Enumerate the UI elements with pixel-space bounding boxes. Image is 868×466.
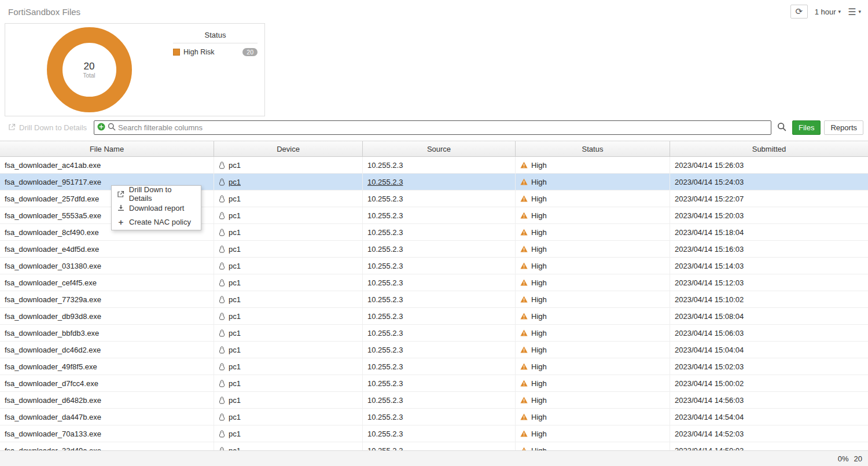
warning-icon [520,397,528,403]
source-cell[interactable]: 10.255.2.3 [363,190,516,207]
device-cell[interactable]: pc1 [214,325,363,341]
search-submit-button[interactable] [775,122,789,133]
table-row[interactable]: fsa_downloader_d7fcc4.exepc110.255.2.3Hi… [0,375,868,392]
source-cell[interactable]: 10.255.2.3 [363,174,516,190]
device-cell[interactable]: pc1 [214,207,363,223]
warning-icon [520,329,528,336]
source-cell[interactable]: 10.255.2.3 [363,291,516,307]
status-cell: High [516,342,670,358]
source-cell[interactable]: 10.255.2.3 [363,358,516,375]
status-cell: High [516,174,670,190]
source-cell[interactable]: 10.255.2.3 [363,375,516,391]
linux-device-icon [219,430,225,438]
external-link-icon [117,190,125,198]
source-cell[interactable]: 10.255.2.3 [363,157,516,173]
source-cell[interactable]: 10.255.2.3 [363,325,516,341]
column-header-status[interactable]: Status [516,141,670,156]
device-cell[interactable]: pc1 [214,174,363,190]
device-cell[interactable]: pc1 [214,442,363,450]
table-row[interactable]: fsa_downloader_33d49a.exepc110.255.2.3Hi… [0,442,868,450]
chevron-down-icon: ▾ [838,9,841,14]
device-cell[interactable]: pc1 [214,241,363,257]
table-row[interactable]: fsa_downloader_e4df5d.exepc110.255.2.3Hi… [0,241,868,258]
submitted-cell: 2023/04/14 14:56:03 [670,392,868,408]
table-row[interactable]: fsa_downloader_bbfdb3.exepc110.255.2.3Hi… [0,325,868,342]
source-cell[interactable]: 10.255.2.3 [363,392,516,408]
status-cell: High [516,325,670,341]
submitted-cell: 2023/04/14 15:10:02 [670,291,868,307]
donut-total-label: Total [83,72,95,79]
submitted-cell: 2023/04/14 15:22:07 [670,190,868,207]
add-filter-icon[interactable] [97,123,105,133]
context-menu-item[interactable]: +Create NAC policy [112,215,201,229]
column-header-file-name[interactable]: File Name [0,141,214,156]
table-row[interactable]: fsa_downloader_031380.exepc110.255.2.3Hi… [0,258,868,274]
linux-device-icon [219,262,225,270]
status-cell: High [516,392,670,408]
files-tab-button[interactable]: Files [792,120,821,135]
column-header-submitted[interactable]: Submitted [670,141,868,156]
source-cell[interactable]: 10.255.2.3 [363,207,516,223]
column-header-source[interactable]: Source [363,141,516,156]
source-cell[interactable]: 10.255.2.3 [363,241,516,257]
table-row[interactable]: fsa_downloader_ac41ab.exepc110.255.2.3Hi… [0,157,868,174]
device-cell[interactable]: pc1 [214,258,363,274]
source-cell[interactable]: 10.255.2.3 [363,342,516,358]
status-cell: High [516,442,670,450]
source-cell[interactable]: 10.255.2.3 [363,308,516,324]
device-cell[interactable]: pc1 [214,375,363,391]
table-row[interactable]: fsa_downloader_dc46d2.exepc110.255.2.3Hi… [0,342,868,358]
table-row[interactable]: fsa_downloader_70a133.exepc110.255.2.3Hi… [0,425,868,442]
warning-icon [520,380,528,387]
status-chart-panel: 20 Total Status High Risk 20 [5,23,265,116]
submitted-cell: 2023/04/14 14:54:04 [670,409,868,425]
progress-percent: 0% [838,454,849,463]
device-cell[interactable]: pc1 [214,224,363,240]
submitted-cell: 2023/04/14 15:18:04 [670,224,868,240]
submitted-cell: 2023/04/14 15:06:03 [670,325,868,341]
linux-device-icon [219,397,225,404]
device-cell[interactable]: pc1 [214,392,363,408]
submitted-cell: 2023/04/14 15:04:04 [670,342,868,358]
device-cell[interactable]: pc1 [214,274,363,291]
device-cell[interactable]: pc1 [214,190,363,207]
device-cell[interactable]: pc1 [214,409,363,425]
linux-device-icon [219,413,225,421]
device-cell[interactable]: pc1 [214,358,363,375]
search-input[interactable] [118,123,768,132]
device-cell[interactable]: pc1 [214,157,363,173]
reports-tab-button[interactable]: Reports [824,120,863,135]
donut-chart[interactable]: 20 Total [5,24,173,116]
donut-ring: 20 Total [47,27,132,112]
source-cell[interactable]: 10.255.2.3 [363,409,516,425]
context-menu-item[interactable]: Drill Down to Details [112,187,201,201]
file-name-cell: fsa_downloader_49f8f5.exe [0,358,214,375]
source-cell[interactable]: 10.255.2.3 [363,258,516,274]
context-menu-item[interactable]: Download report [112,201,201,215]
source-cell[interactable]: 10.255.2.3 [363,442,516,450]
submitted-cell: 2023/04/14 15:26:03 [670,157,868,173]
table-row[interactable]: fsa_downloader_d6482b.exepc110.255.2.3Hi… [0,392,868,409]
refresh-button[interactable]: ⟳ [790,5,808,19]
legend-item-high-risk[interactable]: High Risk 20 [173,48,258,56]
warning-icon [520,413,528,420]
source-cell[interactable]: 10.255.2.3 [363,425,516,442]
table-row[interactable]: fsa_downloader_da447b.exepc110.255.2.3Hi… [0,409,868,425]
device-cell[interactable]: pc1 [214,308,363,324]
view-menu-button[interactable]: ☰ ▾ [848,6,861,17]
drill-down-button[interactable]: Drill Down to Details [5,123,90,133]
device-cell[interactable]: pc1 [214,291,363,307]
table-row[interactable]: fsa_downloader_49f8f5.exepc110.255.2.3Hi… [0,358,868,375]
table-row[interactable]: fsa_downloader_cef4f5.exepc110.255.2.3Hi… [0,274,868,291]
source-cell[interactable]: 10.255.2.3 [363,224,516,240]
device-cell[interactable]: pc1 [214,425,363,442]
column-header-device[interactable]: Device [214,141,363,156]
table-row[interactable]: fsa_downloader_77329a.exepc110.255.2.3Hi… [0,291,868,308]
table-row[interactable]: fsa_downloader_db93d8.exepc110.255.2.3Hi… [0,308,868,325]
device-cell[interactable]: pc1 [214,342,363,358]
status-cell: High [516,190,670,207]
source-cell[interactable]: 10.255.2.3 [363,274,516,291]
file-name-cell: fsa_downloader_cef4f5.exe [0,274,214,291]
time-range-dropdown[interactable]: 1 hour ▾ [815,8,841,16]
linux-device-icon [219,313,225,320]
